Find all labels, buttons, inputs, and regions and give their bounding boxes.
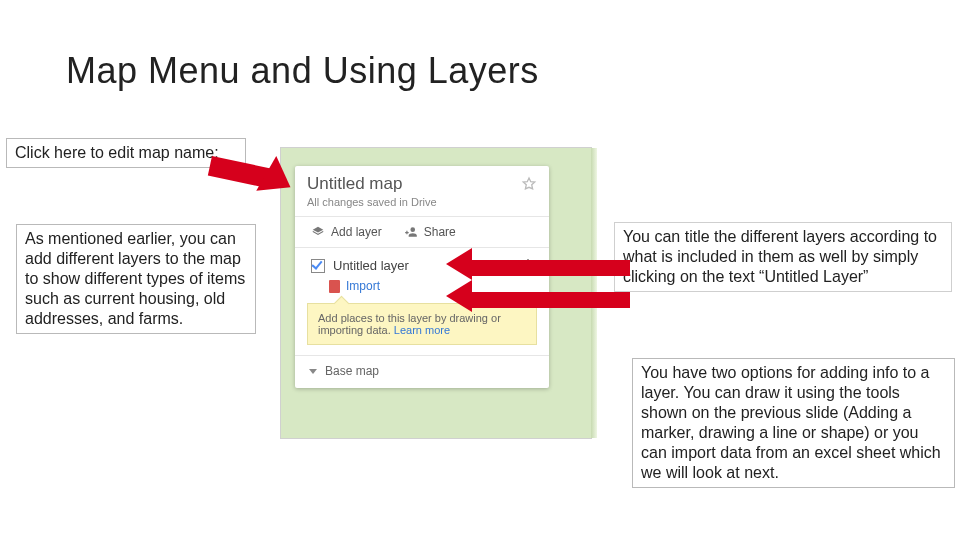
add-layer-label: Add layer <box>331 225 382 239</box>
callout-add-info: You have two options for adding info to … <box>632 358 955 488</box>
map-title[interactable]: Untitled map <box>307 174 402 194</box>
share-button[interactable]: Share <box>404 225 456 239</box>
saved-status: All changes saved in Drive <box>295 196 549 216</box>
base-map-label: Base map <box>325 364 379 378</box>
learn-more-link[interactable]: Learn more <box>394 324 450 336</box>
chevron-down-icon <box>309 369 317 374</box>
callout-add-layers: As mentioned earlier, you can add differ… <box>16 224 256 334</box>
map-panel: Untitled map All changes saved in Drive … <box>295 166 549 388</box>
slide-title: Map Menu and Using Layers <box>66 50 539 92</box>
person-plus-icon <box>404 225 418 239</box>
layer-name[interactable]: Untitled layer <box>333 258 409 273</box>
callout-layer-title: You can title the different layers accor… <box>614 222 952 292</box>
add-layer-button[interactable]: Add layer <box>311 225 382 239</box>
base-map-row[interactable]: Base map <box>295 356 549 388</box>
star-icon[interactable] <box>521 176 537 192</box>
share-label: Share <box>424 225 456 239</box>
file-icon <box>329 280 340 293</box>
layer-visibility-checkbox[interactable] <box>311 259 325 273</box>
import-label: Import <box>346 279 380 293</box>
layers-icon <box>311 225 325 239</box>
layer-hint: Add places to this layer by drawing or i… <box>307 303 537 345</box>
